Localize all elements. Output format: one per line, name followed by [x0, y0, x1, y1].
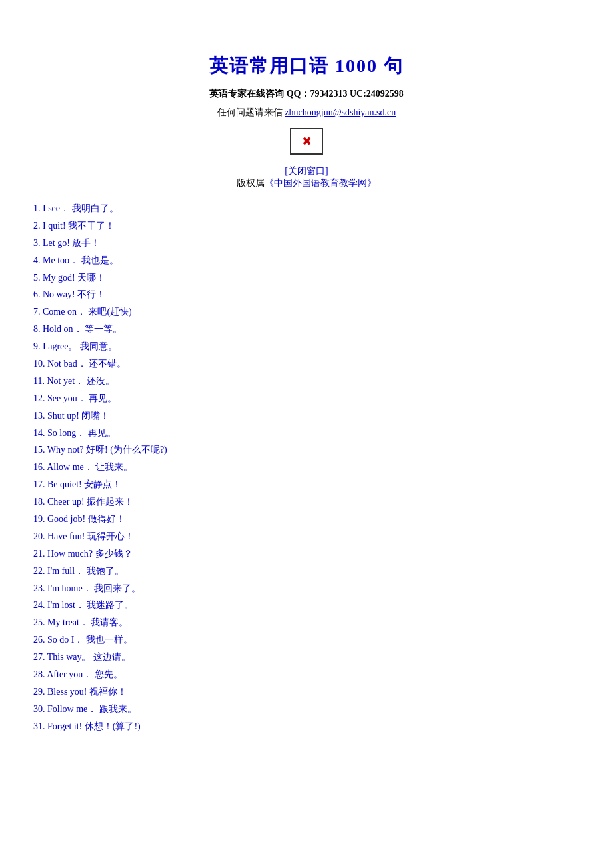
list-item: 18. Cheer up! 振作起来！ [33, 493, 586, 511]
list-item: 1. I see． 我明白了。 [33, 200, 586, 217]
list-item: 10. Not bad． 还不错。 [33, 355, 586, 373]
list-item: 12. See you． 再见。 [33, 390, 586, 407]
list-item: 30. Follow me． 跟我来。 [33, 701, 586, 718]
email-line: 任何问题请来信 zhuchongjun@sdshiyan.sd.cn [27, 107, 586, 119]
broken-image [290, 128, 323, 155]
phrase-list: 1. I see． 我明白了。2. I quit! 我不干了！3. Let go… [27, 200, 586, 735]
list-item: 26. So do I． 我也一样。 [33, 631, 586, 649]
list-item: 13. Shut up! 闭嘴！ [33, 407, 586, 425]
list-item: 3. Let go! 放手！ [33, 235, 586, 252]
list-item: 8. Hold on． 等一等。 [33, 321, 586, 338]
list-item: 17. Be quiet! 安静点！ [33, 476, 586, 493]
list-item: 19. Good job! 做得好！ [33, 511, 586, 528]
list-item: 28. After you． 您先。 [33, 666, 586, 683]
list-item: 7. Come on． 来吧(赶快) [33, 303, 586, 321]
list-item: 2. I quit! 我不干了！ [33, 217, 586, 235]
list-item: 27. This way。 这边请。 [33, 649, 586, 666]
close-window-link[interactable]: [关闭窗口] [285, 166, 328, 176]
copyright-line: 版权属《中国外国语教育教学网》 [27, 177, 586, 189]
page-header: 英语常用口语 1000 句 英语专家在线咨询 QQ：79342313 UC:24… [27, 53, 586, 189]
email-prefix: 任何问题请来信 [217, 107, 285, 117]
copyright-link[interactable]: 《中国外国语教育教学网》 [265, 178, 376, 188]
list-item: 22. I'm full． 我饱了。 [33, 563, 586, 580]
list-item: 24. I'm lost． 我迷路了。 [33, 597, 586, 614]
subtitle: 英语专家在线咨询 QQ：79342313 UC:24092598 [27, 88, 586, 100]
list-item: 21. How much? 多少钱？ [33, 545, 586, 563]
copyright-prefix: 版权属 [237, 178, 265, 188]
list-item: 9. I agree。 我同意。 [33, 338, 586, 355]
main-title: 英语常用口语 1000 句 [27, 53, 586, 79]
list-item: 16. Allow me． 让我来。 [33, 459, 586, 476]
list-item: 20. Have fun! 玩得开心！ [33, 528, 586, 545]
list-item: 4. Me too． 我也是。 [33, 252, 586, 269]
list-item: 15. Why not? 好呀! (为什么不呢?) [33, 441, 586, 459]
list-item: 23. I'm home． 我回来了。 [33, 580, 586, 597]
list-item: 29. Bless you! 祝福你！ [33, 683, 586, 701]
list-item: 31. Forget it! 休想！(算了!) [33, 718, 586, 735]
close-window-container: [关闭窗口] [27, 165, 586, 177]
email-link[interactable]: zhuchongjun@sdshiyan.sd.cn [285, 107, 396, 117]
image-container [27, 128, 586, 165]
list-item: 11. Not yet． 还没。 [33, 373, 586, 390]
list-item: 6. No way! 不行！ [33, 286, 586, 303]
list-item: 14. So long． 再见。 [33, 425, 586, 442]
list-item: 5. My god! 天哪！ [33, 269, 586, 287]
list-item: 25. My treat． 我请客。 [33, 614, 586, 631]
